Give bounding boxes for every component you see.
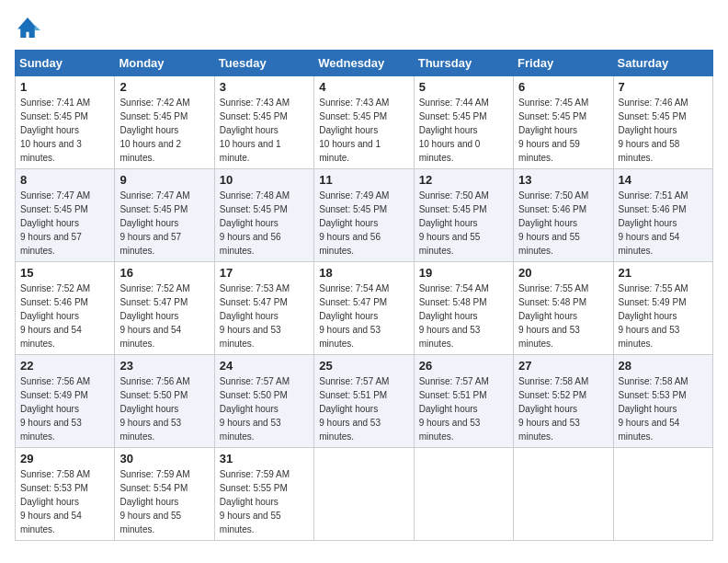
- day-number: 21: [619, 266, 708, 280]
- day-number: 7: [619, 80, 708, 94]
- day-number: 19: [419, 266, 508, 280]
- day-number: 5: [419, 80, 508, 94]
- calendar-week-row: 22Sunrise: 7:56 AMSunset: 5:49 PMDayligh…: [16, 355, 713, 448]
- day-info: Sunrise: 7:45 AMSunset: 5:45 PMDaylight …: [518, 96, 608, 165]
- day-number: 2: [119, 80, 209, 94]
- day-number: 23: [119, 359, 209, 373]
- day-info: Sunrise: 7:57 AMSunset: 5:51 PMDaylight …: [419, 374, 508, 443]
- calendar-cell: [314, 448, 414, 541]
- day-info: Sunrise: 7:58 AMSunset: 5:53 PMDaylight …: [20, 467, 109, 536]
- day-number: 12: [419, 173, 508, 187]
- calendar-cell: 24Sunrise: 7:57 AMSunset: 5:50 PMDayligh…: [214, 355, 313, 448]
- weekday-header-wednesday: Wednesday: [314, 51, 414, 76]
- day-info: Sunrise: 7:56 AMSunset: 5:49 PMDaylight …: [20, 374, 109, 443]
- calendar-cell: 30Sunrise: 7:59 AMSunset: 5:54 PMDayligh…: [115, 448, 214, 541]
- calendar-cell: [414, 448, 513, 541]
- calendar-cell: 28Sunrise: 7:58 AMSunset: 5:53 PMDayligh…: [613, 355, 712, 448]
- calendar-cell: 17Sunrise: 7:53 AMSunset: 5:47 PMDayligh…: [214, 262, 313, 355]
- calendar-cell: 9Sunrise: 7:47 AMSunset: 5:45 PMDaylight…: [115, 169, 214, 262]
- calendar-cell: 31Sunrise: 7:59 AMSunset: 5:55 PMDayligh…: [214, 448, 313, 541]
- day-number: 31: [220, 452, 309, 465]
- calendar-cell: 29Sunrise: 7:58 AMSunset: 5:53 PMDayligh…: [16, 448, 115, 541]
- day-number: 13: [518, 173, 608, 187]
- day-number: 1: [20, 80, 109, 94]
- day-number: 15: [20, 266, 109, 280]
- calendar-cell: 18Sunrise: 7:54 AMSunset: 5:47 PMDayligh…: [314, 262, 414, 355]
- day-number: 17: [220, 266, 309, 280]
- day-info: Sunrise: 7:52 AMSunset: 5:47 PMDaylight …: [119, 282, 209, 350]
- day-number: 14: [619, 173, 708, 187]
- weekday-header-monday: Monday: [115, 51, 214, 76]
- day-number: 10: [220, 173, 309, 187]
- weekday-header-row: SundayMondayTuesdayWednesdayThursdayFrid…: [16, 51, 713, 76]
- calendar-cell: 8Sunrise: 7:47 AMSunset: 5:45 PMDaylight…: [16, 169, 115, 262]
- svg-marker-1: [35, 25, 40, 30]
- day-number: 27: [518, 359, 608, 373]
- calendar-cell: 19Sunrise: 7:54 AMSunset: 5:48 PMDayligh…: [414, 262, 513, 355]
- day-number: 20: [518, 266, 608, 280]
- day-info: Sunrise: 7:53 AMSunset: 5:47 PMDaylight …: [220, 282, 309, 350]
- weekday-header-saturday: Saturday: [613, 51, 712, 76]
- page-header: [15, 15, 713, 40]
- calendar-cell: 25Sunrise: 7:57 AMSunset: 5:51 PMDayligh…: [314, 355, 414, 448]
- calendar-cell: 16Sunrise: 7:52 AMSunset: 5:47 PMDayligh…: [115, 262, 214, 355]
- day-info: Sunrise: 7:46 AMSunset: 5:45 PMDaylight …: [619, 96, 708, 165]
- day-number: 24: [220, 359, 309, 373]
- calendar-cell: 22Sunrise: 7:56 AMSunset: 5:49 PMDayligh…: [16, 355, 115, 448]
- day-number: 16: [119, 266, 209, 280]
- day-number: 30: [119, 452, 209, 465]
- day-info: Sunrise: 7:59 AMSunset: 5:55 PMDaylight …: [220, 467, 309, 536]
- day-info: Sunrise: 7:54 AMSunset: 5:48 PMDaylight …: [419, 282, 508, 350]
- calendar-table: SundayMondayTuesdayWednesdayThursdayFrid…: [15, 50, 713, 541]
- day-info: Sunrise: 7:43 AMSunset: 5:45 PMDaylight …: [319, 96, 408, 165]
- day-number: 29: [20, 452, 109, 465]
- calendar-cell: 6Sunrise: 7:45 AMSunset: 5:45 PMDaylight…: [514, 76, 613, 169]
- calendar-week-row: 8Sunrise: 7:47 AMSunset: 5:45 PMDaylight…: [16, 169, 713, 262]
- day-number: 26: [419, 359, 508, 373]
- weekday-header-sunday: Sunday: [16, 51, 115, 76]
- calendar-cell: [613, 448, 712, 541]
- day-number: 4: [319, 80, 408, 94]
- calendar-cell: [514, 448, 613, 541]
- day-info: Sunrise: 7:50 AMSunset: 5:45 PMDaylight …: [419, 189, 508, 258]
- day-info: Sunrise: 7:58 AMSunset: 5:52 PMDaylight …: [518, 374, 608, 443]
- day-info: Sunrise: 7:57 AMSunset: 5:50 PMDaylight …: [220, 374, 309, 443]
- day-number: 11: [319, 173, 408, 187]
- day-number: 8: [20, 173, 109, 187]
- day-info: Sunrise: 7:48 AMSunset: 5:45 PMDaylight …: [220, 189, 309, 258]
- day-info: Sunrise: 7:44 AMSunset: 5:45 PMDaylight …: [419, 96, 508, 165]
- logo-icon: [15, 15, 40, 40]
- calendar-cell: 2Sunrise: 7:42 AMSunset: 5:45 PMDaylight…: [115, 76, 214, 169]
- calendar-body: 1Sunrise: 7:41 AMSunset: 5:45 PMDaylight…: [16, 76, 713, 541]
- day-info: Sunrise: 7:58 AMSunset: 5:53 PMDaylight …: [619, 374, 708, 443]
- calendar-cell: 3Sunrise: 7:43 AMSunset: 5:45 PMDaylight…: [214, 76, 313, 169]
- calendar-cell: 21Sunrise: 7:55 AMSunset: 5:49 PMDayligh…: [613, 262, 712, 355]
- calendar-week-row: 15Sunrise: 7:52 AMSunset: 5:46 PMDayligh…: [16, 262, 713, 355]
- day-number: 6: [518, 80, 608, 94]
- day-info: Sunrise: 7:52 AMSunset: 5:46 PMDaylight …: [20, 282, 109, 350]
- day-info: Sunrise: 7:50 AMSunset: 5:46 PMDaylight …: [518, 189, 608, 258]
- day-number: 25: [319, 359, 408, 373]
- day-info: Sunrise: 7:49 AMSunset: 5:45 PMDaylight …: [319, 189, 408, 258]
- calendar-cell: 5Sunrise: 7:44 AMSunset: 5:45 PMDaylight…: [414, 76, 513, 169]
- day-info: Sunrise: 7:54 AMSunset: 5:47 PMDaylight …: [319, 282, 408, 350]
- day-number: 18: [319, 266, 408, 280]
- calendar-cell: 26Sunrise: 7:57 AMSunset: 5:51 PMDayligh…: [414, 355, 513, 448]
- day-info: Sunrise: 7:47 AMSunset: 5:45 PMDaylight …: [119, 189, 209, 258]
- calendar-cell: 27Sunrise: 7:58 AMSunset: 5:52 PMDayligh…: [514, 355, 613, 448]
- day-info: Sunrise: 7:41 AMSunset: 5:45 PMDaylight …: [20, 96, 109, 165]
- day-info: Sunrise: 7:55 AMSunset: 5:49 PMDaylight …: [619, 282, 708, 350]
- day-info: Sunrise: 7:42 AMSunset: 5:45 PMDaylight …: [119, 96, 209, 165]
- calendar-cell: 12Sunrise: 7:50 AMSunset: 5:45 PMDayligh…: [414, 169, 513, 262]
- day-number: 9: [119, 173, 209, 187]
- weekday-header-friday: Friday: [514, 51, 613, 76]
- calendar-cell: 15Sunrise: 7:52 AMSunset: 5:46 PMDayligh…: [16, 262, 115, 355]
- calendar-cell: 10Sunrise: 7:48 AMSunset: 5:45 PMDayligh…: [214, 169, 313, 262]
- day-info: Sunrise: 7:55 AMSunset: 5:48 PMDaylight …: [518, 282, 608, 350]
- day-number: 28: [619, 359, 708, 373]
- day-info: Sunrise: 7:51 AMSunset: 5:46 PMDaylight …: [619, 189, 708, 258]
- calendar-cell: 13Sunrise: 7:50 AMSunset: 5:46 PMDayligh…: [514, 169, 613, 262]
- calendar-cell: 7Sunrise: 7:46 AMSunset: 5:45 PMDaylight…: [613, 76, 712, 169]
- day-info: Sunrise: 7:56 AMSunset: 5:50 PMDaylight …: [119, 374, 209, 443]
- calendar-cell: 4Sunrise: 7:43 AMSunset: 5:45 PMDaylight…: [314, 76, 414, 169]
